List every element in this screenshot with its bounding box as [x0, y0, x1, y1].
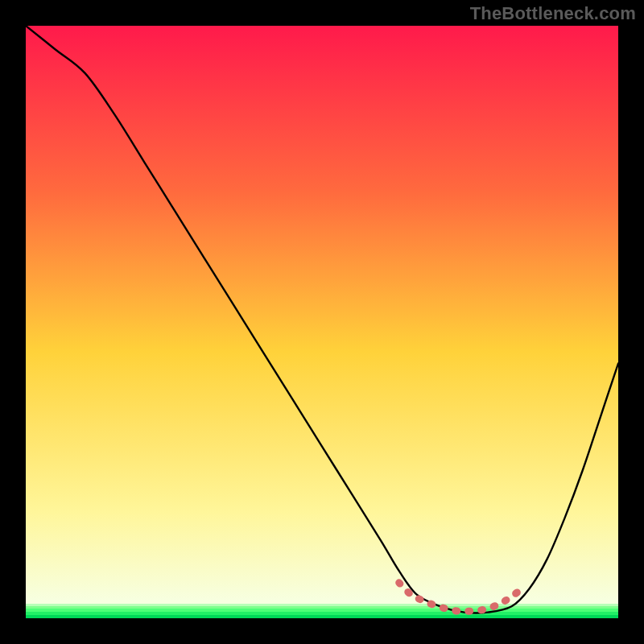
- optimal-range-markers: [399, 583, 518, 612]
- watermark-text: TheBottleneck.com: [470, 3, 636, 24]
- chart-frame: TheBottleneck.com: [0, 0, 644, 644]
- bottleneck-curve: [26, 26, 618, 613]
- plot-area: [26, 26, 618, 618]
- curve-layer: [26, 26, 618, 618]
